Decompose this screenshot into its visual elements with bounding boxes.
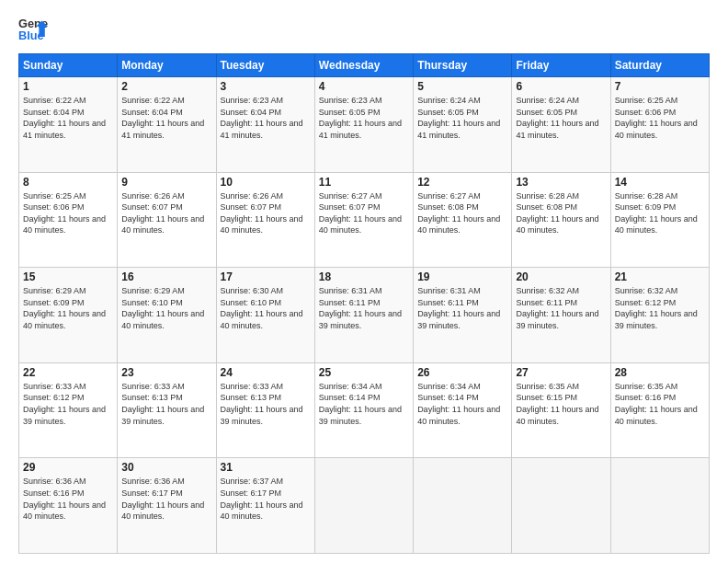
calendar-cell: 28 Sunrise: 6:35 AMSunset: 6:16 PMDaylig… (610, 362, 709, 458)
day-number: 4 (319, 80, 409, 93)
calendar-cell (314, 458, 413, 554)
day-number: 28 (615, 366, 705, 379)
calendar-cell: 21 Sunrise: 6:32 AMSunset: 6:12 PMDaylig… (610, 268, 709, 363)
day-number: 29 (23, 461, 113, 474)
cell-info: Sunrise: 6:27 AMSunset: 6:07 PMDaylight:… (319, 191, 402, 236)
day-number: 30 (121, 461, 211, 474)
weekday-header-monday: Monday (118, 54, 216, 77)
cell-info: Sunrise: 6:32 AMSunset: 6:12 PMDaylight:… (615, 286, 698, 330)
cell-info: Sunrise: 6:36 AMSunset: 6:17 PMDaylight:… (121, 477, 204, 521)
calendar-cell: 22 Sunrise: 6:33 AMSunset: 6:12 PMDaylig… (19, 362, 118, 458)
weekday-header-saturday: Saturday (610, 54, 709, 77)
day-number: 20 (516, 270, 606, 283)
calendar-cell (512, 458, 610, 554)
day-number: 10 (221, 176, 311, 189)
cell-info: Sunrise: 6:24 AMSunset: 6:05 PMDaylight:… (417, 96, 500, 140)
cell-info: Sunrise: 6:32 AMSunset: 6:11 PMDaylight:… (516, 286, 598, 330)
day-number: 2 (121, 80, 211, 93)
day-number: 19 (417, 270, 507, 283)
cell-info: Sunrise: 6:33 AMSunset: 6:13 PMDaylight:… (121, 382, 204, 426)
cell-info: Sunrise: 6:35 AMSunset: 6:16 PMDaylight:… (615, 382, 698, 426)
calendar-cell: 1 Sunrise: 6:22 AMSunset: 6:04 PMDayligh… (19, 77, 118, 173)
cell-info: Sunrise: 6:25 AMSunset: 6:06 PMDaylight:… (615, 96, 698, 140)
day-number: 9 (121, 176, 211, 189)
cell-info: Sunrise: 6:27 AMSunset: 6:08 PMDaylight:… (417, 191, 500, 236)
cell-info: Sunrise: 6:30 AMSunset: 6:10 PMDaylight:… (221, 286, 303, 330)
logo-icon: General Blue (18, 15, 48, 44)
day-number: 24 (221, 366, 311, 379)
cell-info: Sunrise: 6:28 AMSunset: 6:09 PMDaylight:… (615, 191, 698, 236)
weekday-header-sunday: Sunday (19, 54, 118, 77)
calendar-cell: 12 Sunrise: 6:27 AMSunset: 6:08 PMDaylig… (414, 172, 512, 268)
calendar-cell: 13 Sunrise: 6:28 AMSunset: 6:08 PMDaylig… (512, 172, 610, 268)
calendar-cell: 24 Sunrise: 6:33 AMSunset: 6:13 PMDaylig… (216, 362, 314, 458)
calendar-cell: 17 Sunrise: 6:30 AMSunset: 6:10 PMDaylig… (216, 268, 314, 363)
cell-info: Sunrise: 6:31 AMSunset: 6:11 PMDaylight:… (319, 286, 402, 330)
calendar-cell: 15 Sunrise: 6:29 AMSunset: 6:09 PMDaylig… (19, 268, 118, 363)
calendar-cell: 16 Sunrise: 6:29 AMSunset: 6:10 PMDaylig… (118, 268, 216, 363)
cell-info: Sunrise: 6:23 AMSunset: 6:04 PMDaylight:… (221, 96, 303, 140)
day-number: 21 (615, 270, 705, 283)
cell-info: Sunrise: 6:22 AMSunset: 6:04 PMDaylight:… (23, 96, 106, 140)
header: General Blue (18, 15, 710, 44)
week-row-5: 29 Sunrise: 6:36 AMSunset: 6:16 PMDaylig… (19, 458, 710, 554)
cell-info: Sunrise: 6:36 AMSunset: 6:16 PMDaylight:… (23, 477, 106, 521)
calendar-cell: 23 Sunrise: 6:33 AMSunset: 6:13 PMDaylig… (118, 362, 216, 458)
day-number: 25 (319, 366, 409, 379)
cell-info: Sunrise: 6:28 AMSunset: 6:08 PMDaylight:… (516, 191, 598, 236)
calendar-cell: 29 Sunrise: 6:36 AMSunset: 6:16 PMDaylig… (19, 458, 118, 554)
day-number: 16 (121, 270, 211, 283)
calendar-cell: 3 Sunrise: 6:23 AMSunset: 6:04 PMDayligh… (216, 77, 314, 173)
day-number: 12 (417, 176, 507, 189)
day-number: 17 (221, 270, 311, 283)
day-number: 18 (319, 270, 409, 283)
cell-info: Sunrise: 6:25 AMSunset: 6:06 PMDaylight:… (23, 191, 106, 236)
calendar-cell: 10 Sunrise: 6:26 AMSunset: 6:07 PMDaylig… (216, 172, 314, 268)
calendar-cell: 9 Sunrise: 6:26 AMSunset: 6:07 PMDayligh… (118, 172, 216, 268)
calendar-cell (610, 458, 709, 554)
day-number: 26 (417, 366, 507, 379)
calendar-cell: 30 Sunrise: 6:36 AMSunset: 6:17 PMDaylig… (118, 458, 216, 554)
weekday-header-friday: Friday (512, 54, 610, 77)
cell-info: Sunrise: 6:26 AMSunset: 6:07 PMDaylight:… (221, 191, 303, 236)
calendar-cell: 18 Sunrise: 6:31 AMSunset: 6:11 PMDaylig… (314, 268, 413, 363)
calendar-cell: 5 Sunrise: 6:24 AMSunset: 6:05 PMDayligh… (414, 77, 512, 173)
cell-info: Sunrise: 6:35 AMSunset: 6:15 PMDaylight:… (516, 382, 598, 426)
page: General Blue SundayMondayTuesdayWednesda… (0, 0, 728, 563)
cell-info: Sunrise: 6:33 AMSunset: 6:12 PMDaylight:… (23, 382, 106, 426)
day-number: 8 (23, 176, 113, 189)
cell-info: Sunrise: 6:22 AMSunset: 6:04 PMDaylight:… (121, 96, 204, 140)
weekday-header-thursday: Thursday (414, 54, 512, 77)
week-row-2: 8 Sunrise: 6:25 AMSunset: 6:06 PMDayligh… (19, 172, 710, 268)
week-row-1: 1 Sunrise: 6:22 AMSunset: 6:04 PMDayligh… (19, 77, 710, 173)
cell-info: Sunrise: 6:33 AMSunset: 6:13 PMDaylight:… (221, 382, 303, 426)
calendar-cell: 6 Sunrise: 6:24 AMSunset: 6:05 PMDayligh… (512, 77, 610, 173)
cell-info: Sunrise: 6:34 AMSunset: 6:14 PMDaylight:… (417, 382, 500, 426)
week-row-3: 15 Sunrise: 6:29 AMSunset: 6:09 PMDaylig… (19, 268, 710, 363)
calendar-cell (414, 458, 512, 554)
cell-info: Sunrise: 6:29 AMSunset: 6:10 PMDaylight:… (121, 286, 204, 330)
week-row-4: 22 Sunrise: 6:33 AMSunset: 6:12 PMDaylig… (19, 362, 710, 458)
calendar-cell: 19 Sunrise: 6:31 AMSunset: 6:11 PMDaylig… (414, 268, 512, 363)
weekday-header-row: SundayMondayTuesdayWednesdayThursdayFrid… (19, 54, 710, 77)
cell-info: Sunrise: 6:31 AMSunset: 6:11 PMDaylight:… (417, 286, 500, 330)
day-number: 1 (23, 80, 113, 93)
day-number: 22 (23, 366, 113, 379)
logo: General Blue (18, 15, 48, 44)
weekday-header-wednesday: Wednesday (314, 54, 413, 77)
cell-info: Sunrise: 6:26 AMSunset: 6:07 PMDaylight:… (121, 191, 204, 236)
day-number: 14 (615, 176, 705, 189)
day-number: 13 (516, 176, 606, 189)
calendar-cell: 2 Sunrise: 6:22 AMSunset: 6:04 PMDayligh… (118, 77, 216, 173)
calendar-table: SundayMondayTuesdayWednesdayThursdayFrid… (18, 53, 710, 554)
cell-info: Sunrise: 6:29 AMSunset: 6:09 PMDaylight:… (23, 286, 106, 330)
cell-info: Sunrise: 6:37 AMSunset: 6:17 PMDaylight:… (221, 477, 303, 521)
calendar-cell: 26 Sunrise: 6:34 AMSunset: 6:14 PMDaylig… (414, 362, 512, 458)
calendar-cell: 20 Sunrise: 6:32 AMSunset: 6:11 PMDaylig… (512, 268, 610, 363)
day-number: 11 (319, 176, 409, 189)
calendar-cell: 31 Sunrise: 6:37 AMSunset: 6:17 PMDaylig… (216, 458, 314, 554)
calendar-cell: 11 Sunrise: 6:27 AMSunset: 6:07 PMDaylig… (314, 172, 413, 268)
cell-info: Sunrise: 6:23 AMSunset: 6:05 PMDaylight:… (319, 96, 402, 140)
day-number: 7 (615, 80, 705, 93)
day-number: 5 (417, 80, 507, 93)
